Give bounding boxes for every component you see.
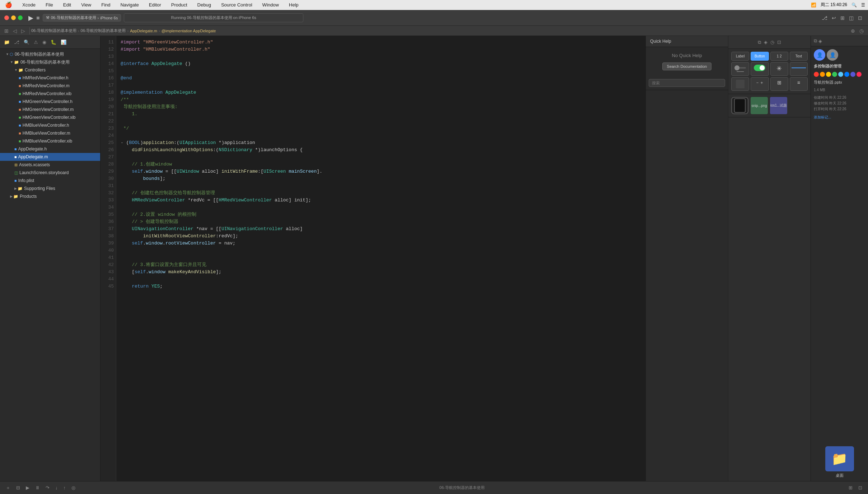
annotation-icon-1[interactable]: ⧉ — [814, 38, 817, 44]
menu-find[interactable]: Find — [99, 1, 112, 8]
menu-view[interactable]: View — [79, 1, 93, 8]
sidebar-item-launchscreen[interactable]: ◫ LaunchScreen.storyboard — [0, 169, 100, 177]
breadcrumb-project[interactable]: 06-导航控制器的基本使用 — [31, 28, 76, 33]
menu-file[interactable]: File — [43, 1, 55, 8]
menu-product[interactable]: Product — [169, 1, 190, 8]
sidebar-item-hmblue-xib[interactable]: ■ HMBlueViewController.xib — [0, 137, 100, 145]
notification-icon[interactable]: ☰ — [861, 3, 865, 8]
spinner-component[interactable]: ✳ — [770, 62, 788, 76]
console-toggle[interactable]: ⊡ — [857, 484, 864, 492]
copy-icon[interactable]: ⧉ — [758, 39, 761, 45]
scheme-selector[interactable]: ⚒ 06-导航控制器的基本使用 › iPhone 6s — [43, 14, 121, 22]
stepper-minus-plus[interactable]: －＋ — [751, 77, 769, 91]
sidebar-item-controllers[interactable]: ▼ 📁 Controllers — [0, 66, 100, 74]
nav-next-btn[interactable]: ▷ — [20, 27, 27, 34]
nav-prev-btn[interactable]: ◁ — [11, 27, 18, 34]
color-dot-teal[interactable] — [838, 72, 843, 77]
menu-debug[interactable]: Debug — [195, 1, 213, 8]
step-out-btn[interactable]: ↑ — [62, 484, 67, 492]
breadcrumb-group[interactable]: 06-导航控制器的基本使用 — [81, 28, 126, 33]
right-search-input[interactable] — [649, 79, 725, 87]
line-component[interactable] — [790, 62, 808, 76]
panel-left-icon[interactable]: ⊞ — [839, 14, 846, 22]
panel-bottom-icon[interactable]: ◫ — [848, 14, 855, 22]
sidebar-item-hmgreen-xib[interactable]: ■ HMGreenViewController.xib — [0, 113, 100, 121]
sidebar-item-appdelegate-m[interactable]: ■ AppDelegate.m — [0, 153, 100, 161]
menu-edit[interactable]: Edit — [61, 1, 73, 8]
sidebar-item-hmblue-h[interactable]: ■ HMBlueViewController.h — [0, 121, 100, 129]
location-btn[interactable]: ◎ — [70, 484, 77, 492]
code-content[interactable]: #import "HMGreenViewController.h" #impor… — [116, 36, 645, 481]
stepper-component[interactable]: 1 2 — [770, 52, 788, 61]
step-into-btn[interactable]: ↓ — [54, 484, 59, 492]
sidebar-item-group-main[interactable]: ▼ 📁 06-导航控制器的基本使用 — [0, 58, 100, 66]
color-dot-blue[interactable] — [844, 72, 849, 77]
button-component[interactable]: Button — [751, 52, 769, 61]
breadcrumb-symbol[interactable]: @implementation AppDelegate — [162, 29, 216, 33]
sidebar-item-hmred-h[interactable]: ■ HMRedViewController.h — [0, 74, 100, 82]
menu-xcode[interactable]: Xcode — [20, 1, 38, 8]
list-comp[interactable]: ≡ — [790, 77, 808, 91]
code-editor[interactable]: 11 12 13 14 15 16 17 18 19 20 21 22 23 2… — [101, 36, 645, 481]
sidebar-item-products[interactable]: ▶ 📁 Products — [0, 192, 100, 200]
add-editor-btn[interactable]: ⊕ — [849, 27, 857, 34]
search-documentation-button[interactable]: Search Documentation — [662, 62, 712, 70]
sidebar-item-hmblue-m[interactable]: ■ HMBlueViewController.m — [0, 129, 100, 137]
menu-editor[interactable]: Editor — [147, 1, 163, 8]
run-button[interactable]: ▶ — [28, 14, 33, 22]
stop-button[interactable]: ■ — [36, 15, 40, 21]
sidebar-item-supporting[interactable]: ▶ 📁 Supporting Files — [0, 185, 100, 192]
sidebar-toggle-btn[interactable]: ⊞ — [3, 27, 10, 34]
expand-icon[interactable]: ⊡ — [777, 39, 781, 45]
git-icon[interactable]: ⎇ — [13, 38, 20, 46]
color-dot-pink[interactable] — [857, 72, 862, 77]
panel-right-icon[interactable]: ⊡ — [857, 14, 864, 22]
history-btn[interactable]: ◷ — [858, 27, 865, 34]
adjust-icon[interactable]: ◈ — [764, 39, 767, 45]
color-dot-purple[interactable] — [850, 72, 855, 77]
color-dot-orange[interactable] — [820, 72, 825, 77]
debug-icon[interactable]: 🐛 — [50, 38, 57, 46]
close-button[interactable] — [4, 15, 9, 20]
debug-area-toggle[interactable]: ⊞ — [847, 484, 854, 492]
label-component[interactable]: Label — [731, 52, 749, 61]
warning-icon[interactable]: ⚠ — [33, 38, 39, 46]
add-note-link[interactable]: 添加标记... — [814, 115, 865, 120]
empty-comp-1[interactable] — [731, 77, 749, 91]
sidebar-item-appdelegate-h[interactable]: ■ AppDelegate.h — [0, 145, 100, 153]
search-icon[interactable]: 🔍 — [23, 38, 31, 46]
pause-btn[interactable]: ⏸ — [34, 484, 41, 492]
step-over-btn[interactable]: ↷ — [44, 484, 51, 492]
test-icon[interactable]: ◉ — [41, 38, 47, 46]
sidebar-item-hmred-m[interactable]: ■ HMRedViewController.m — [0, 82, 100, 90]
menu-navigate[interactable]: Navigate — [118, 1, 141, 8]
filter-btn[interactable]: ⊟ — [15, 484, 22, 492]
toggle-component[interactable] — [751, 62, 769, 76]
spotlight-icon[interactable]: 🔍 — [851, 3, 857, 8]
color-dot-red[interactable] — [814, 72, 819, 77]
color-dot-green[interactable] — [832, 72, 837, 77]
breakpoint-icon[interactable]: ↩ — [830, 14, 837, 22]
annotation-icon-2[interactable]: ◈ — [818, 38, 822, 44]
sidebar-item-hmred-xib[interactable]: ■ HMRedViewController.xib — [0, 90, 100, 98]
breadcrumb-file[interactable]: AppDelegate.m — [130, 29, 157, 33]
sidebar-item-hmgreen-m[interactable]: ■ HMGreenViewController.m — [0, 106, 100, 113]
menu-window[interactable]: Window — [260, 1, 281, 8]
maximize-button[interactable] — [18, 15, 23, 20]
table-comp[interactable]: ⊞ — [770, 77, 788, 91]
slider-component[interactable]: —— — [731, 62, 749, 76]
report-icon[interactable]: 📊 — [60, 38, 67, 46]
apple-menu[interactable]: 🍎 — [3, 1, 14, 9]
color-dot-yellow[interactable] — [826, 72, 831, 77]
text-component[interactable]: Text — [790, 52, 808, 61]
menu-help[interactable]: Help — [287, 1, 301, 8]
play-btn[interactable]: ▶ — [24, 484, 31, 492]
sidebar-item-hmgreen-h[interactable]: ■ HMGreenViewController.h — [0, 98, 100, 106]
sidebar-item-infoplist[interactable]: ■ Info.plist — [0, 177, 100, 185]
sidebar-item-assets[interactable]: ⊞ Assets.xcassets — [0, 161, 100, 169]
menu-source-control[interactable]: Source Control — [219, 1, 255, 8]
folder-icon[interactable]: 📁 — [3, 38, 11, 46]
sidebar-item-project[interactable]: ▼ ⬡ 06-导航控制器的基本使用 — [0, 50, 100, 58]
history-icon[interactable]: ◷ — [770, 39, 774, 45]
activity-monitor-icon[interactable]: ⎇ — [820, 14, 829, 22]
